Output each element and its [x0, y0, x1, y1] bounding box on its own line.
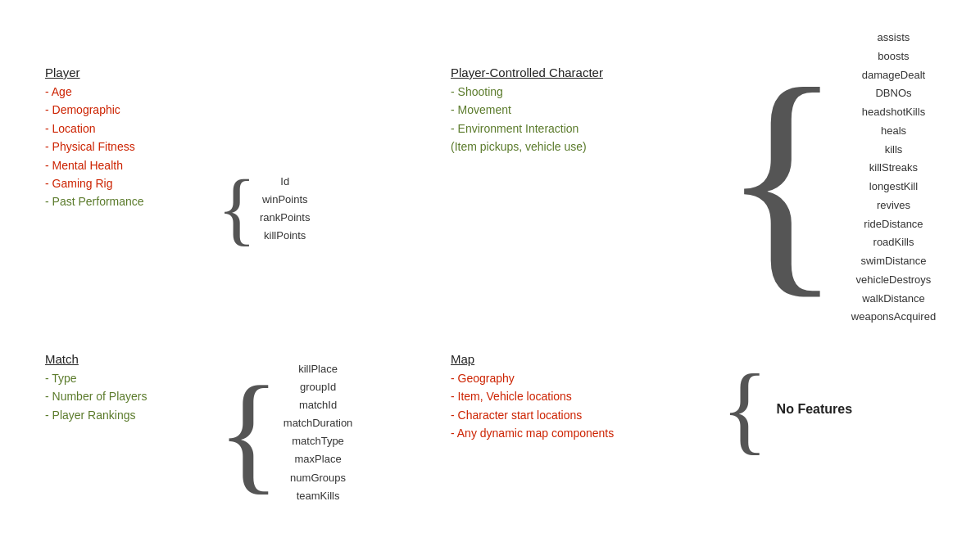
pcc-field-weaponsAcquired: weaponsAcquired — [851, 308, 936, 327]
pcc-field-roadKills: roadKills — [851, 233, 936, 252]
player-location: - Location — [45, 120, 144, 138]
match-data-block: { killPlace groupId matchId matchDuratio… — [217, 360, 356, 505]
player-field-winpoints: winPoints — [260, 191, 310, 209]
pcc-env-interaction: - Environment Interaction — [451, 120, 603, 138]
pcc-brace-right: { — [721, 70, 843, 286]
no-features-label: No Features — [769, 402, 852, 417]
player-demographic: - Demographic — [45, 101, 144, 119]
match-type: - Type — [45, 369, 147, 387]
match-player-rankings: - Player Rankings — [45, 406, 147, 424]
pcc-field-revives: revives — [851, 196, 936, 215]
pcc-item-pickups: (Item pickups, vehicle use) — [451, 138, 603, 156]
no-features-brace: { — [721, 360, 769, 458]
match-field-matchDuration: matchDuration — [284, 414, 353, 432]
player-past-performance: - Past Performance — [45, 192, 144, 210]
pcc-field-swimDistance: swimDistance — [851, 252, 936, 271]
match-field-killPlace: killPlace — [284, 360, 353, 378]
pcc-field-longestKill: longestKill — [851, 178, 936, 196]
map-section: Map - Geography - Item, Vehicle location… — [451, 352, 614, 443]
pcc-data-items: assists boosts damageDealt DBNOs headsho… — [846, 29, 941, 327]
player-field-rankpoints: rankPoints — [260, 209, 310, 227]
player-gaming-rig: - Gaming Rig — [45, 174, 144, 192]
player-section: Player - Age - Demographic - Location - … — [45, 65, 144, 211]
pcc-field-boosts: boosts — [851, 47, 936, 66]
pcc-field-damageDealt: damageDealt — [851, 66, 936, 85]
match-section: Match - Type - Number of Players - Playe… — [45, 352, 147, 424]
pcc-field-rideDistance: rideDistance — [851, 215, 936, 234]
diagram: Player - Age - Demographic - Location - … — [0, 0, 980, 560]
match-data-items: killPlace groupId matchId matchDuration … — [280, 360, 356, 505]
pcc-section: Player-Controlled Character - Shooting -… — [451, 65, 603, 156]
pcc-field-assists: assists — [851, 29, 936, 47]
map-title: Map — [451, 352, 614, 366]
match-field-matchId: matchId — [284, 396, 353, 414]
pcc-title: Player-Controlled Character — [451, 65, 603, 79]
player-age: - Age — [45, 83, 144, 101]
pcc-field-vehicleDestroys: vehicleDestroys — [851, 271, 936, 290]
map-dynamic: - Any dynamic map components — [451, 424, 614, 442]
pcc-data-block: { assists boosts damageDealt DBNOs heads… — [721, 29, 941, 327]
player-mental-health: - Mental Health — [45, 156, 144, 174]
player-data-block: { Id winPoints rankPoints killPoints — [217, 168, 313, 250]
player-field-killpoints: killPoints — [260, 227, 310, 245]
pcc-field-headshotKills: headshotKills — [851, 103, 936, 122]
pcc-field-walkDistance: walkDistance — [851, 290, 936, 309]
pcc-field-dbnos: DBNOs — [851, 84, 936, 103]
player-data-items: Id winPoints rankPoints killPoints — [256, 173, 313, 245]
match-num-players: - Number of Players — [45, 387, 147, 405]
map-character-start: - Character start locations — [451, 406, 614, 424]
player-physical-fitness: - Physical Fitness — [45, 138, 144, 156]
player-field-id: Id — [260, 173, 310, 191]
pcc-field-heals: heals — [851, 122, 936, 141]
match-field-teamKills: teamKills — [284, 487, 353, 505]
pcc-field-killStreaks: killStreaks — [851, 159, 936, 178]
match-field-groupId: groupId — [284, 378, 353, 396]
player-title: Player — [45, 65, 144, 79]
pcc-field-kills: kills — [851, 141, 936, 160]
pcc-shooting: - Shooting — [451, 83, 603, 101]
match-title: Match — [45, 352, 147, 366]
match-field-numGroups: numGroups — [284, 469, 353, 487]
no-features-block: { No Features — [721, 360, 852, 458]
map-item-vehicle: - Item, Vehicle locations — [451, 387, 614, 405]
player-brace-left: { — [217, 168, 256, 250]
match-field-matchType: matchType — [284, 432, 353, 450]
pcc-movement: - Movement — [451, 101, 603, 119]
match-field-maxPlace: maxPlace — [284, 450, 353, 468]
map-geography: - Geography — [451, 369, 614, 387]
match-brace-left: { — [217, 367, 280, 498]
